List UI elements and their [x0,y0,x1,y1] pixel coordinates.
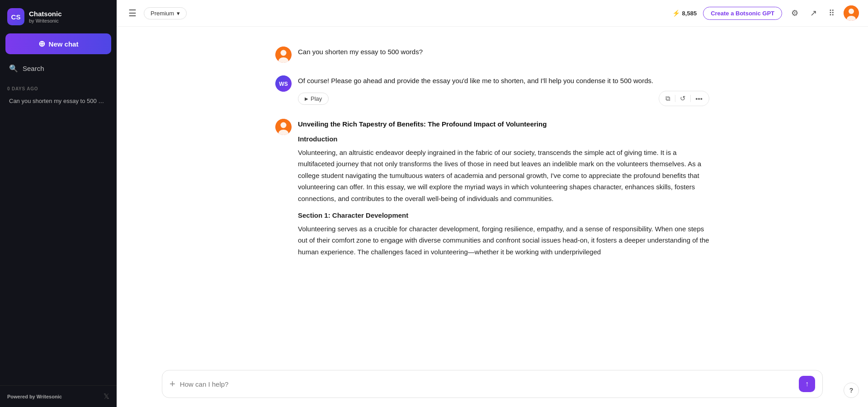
more-icon: ••• [695,95,703,103]
chat-area: Can you shorten my essay to 500 words? [117,27,868,365]
search-icon: 🔍 [9,64,18,73]
grid-button[interactable]: ⠿ [826,6,837,20]
history-item[interactable]: Can you shorten my essay to 500 wor... [5,94,111,108]
sidebar: CS Chatsonic by Writesonic ⊕ New chat 🔍 … [0,0,117,407]
user-avatar [275,47,292,63]
copy-icon: ⧉ [665,94,670,102]
message-content: Of course! Please go ahead and provide t… [298,75,709,106]
message-actions: ▶ Play ⧉ ↺ ••• [298,91,709,106]
section-title: Section 1: Character Development [298,210,709,221]
plus-icon: ⊕ [38,39,45,49]
credits-display: ⚡ 8,585 [672,9,697,17]
message-row: Can you shorten my essay to 500 words? [221,40,764,69]
action-divider [690,95,691,102]
topbar: ☰ Premium ▾ ⚡ 8,585 Create a Botsonic GP… [117,0,868,27]
topbar-left: ☰ Premium ▾ [126,6,187,20]
svg-text:WS: WS [279,81,288,87]
essay-title: Unveiling the Rich Tapestry of Benefits:… [298,119,709,130]
history-section-label: 0 DAYS AGO [5,84,111,94]
message-row: WS Of course! Please go ahead and provid… [221,69,764,112]
more-button[interactable]: ••• [693,94,705,104]
refresh-icon: ↺ [680,94,686,102]
new-chat-button[interactable]: ⊕ New chat [5,33,111,54]
app-title: Chatsonic [29,10,62,18]
bolt-icon: ⚡ [672,9,680,17]
section-body: Volunteering serves as a crucible for ch… [298,223,709,258]
user-avatar-image [275,47,292,63]
plan-dropdown[interactable]: Premium ▾ [144,7,187,19]
powered-by-text: Powered by Writesonic [7,394,62,399]
intro-label: Introduction [298,133,709,145]
sidebar-toggle-icon: ☰ [128,8,137,18]
logo-icon: CS [7,8,24,25]
twitter-icon[interactable]: 𝕏 [104,392,109,401]
app-title-block: Chatsonic by Writesonic [29,10,62,23]
input-container: + ↑ [162,370,823,398]
chat-input[interactable] [180,380,794,388]
sidebar-toggle-button[interactable]: ☰ [126,6,139,20]
new-chat-label: New chat [49,40,79,48]
settings-button[interactable]: ⚙ [788,6,801,20]
plus-icon: + [170,378,175,389]
action-divider [675,95,675,102]
sidebar-header: CS Chatsonic by Writesonic [0,0,117,32]
sidebar-footer: Powered by Writesonic 𝕏 [0,385,117,407]
play-button[interactable]: ▶ Play [298,93,329,105]
ai-avatar: WS [275,75,292,92]
chevron-down-icon: ▾ [177,10,180,17]
message-text: Unveiling the Rich Tapestry of Benefits:… [298,119,709,257]
gear-icon: ⚙ [791,9,798,18]
question-mark-icon: ? [849,387,854,394]
message-row: Unveiling the Rich Tapestry of Benefits:… [221,112,764,264]
avatar[interactable] [844,5,859,21]
input-area: + ↑ [117,365,868,407]
play-triangle-icon: ▶ [305,96,308,101]
user-avatar [275,119,292,135]
svg-point-4 [281,50,287,56]
message-content: Can you shorten my essay to 500 words? [298,47,709,57]
share-button[interactable]: ↗ [807,6,820,20]
topbar-right: ⚡ 8,585 Create a Botsonic GPT ⚙ ↗ ⠿ [672,5,859,21]
main-content: ☰ Premium ▾ ⚡ 8,585 Create a Botsonic GP… [117,0,868,407]
message-text: Of course! Please go ahead and provide t… [298,75,709,86]
user-avatar-image [275,119,292,135]
message-content: Unveiling the Rich Tapestry of Benefits:… [298,119,709,257]
credits-value: 8,585 [682,10,697,17]
refresh-button[interactable]: ↺ [677,93,689,104]
message-text: Can you shorten my essay to 500 words? [298,47,709,57]
play-label: Play [311,95,322,102]
chat-history: 0 DAYS AGO Can you shorten my essay to 5… [0,81,117,385]
action-group: ⧉ ↺ ••• [659,91,709,106]
grid-icon: ⠿ [829,9,835,18]
svg-point-1 [849,9,854,14]
share-icon: ↗ [810,9,817,18]
send-icon: ↑ [805,380,809,388]
send-button[interactable]: ↑ [799,376,815,392]
ai-avatar-image: WS [275,75,292,92]
svg-point-9 [281,122,287,128]
copy-button[interactable]: ⧉ [663,93,673,104]
help-button[interactable]: ? [844,383,859,398]
plan-label: Premium [151,10,174,17]
search-button[interactable]: 🔍 Search [5,60,111,77]
create-gpt-button[interactable]: Create a Botsonic GPT [703,7,782,20]
intro-body: Volunteering, an altruistic endeavor dee… [298,147,709,205]
app-subtitle: by Writesonic [29,18,62,23]
search-label: Search [23,65,44,72]
add-button[interactable]: + [170,379,175,389]
